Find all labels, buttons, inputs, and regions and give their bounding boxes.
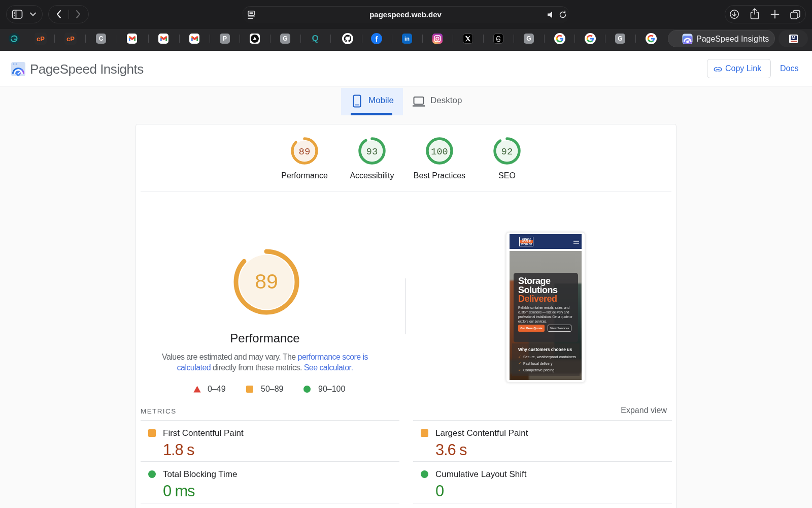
svg-text:89: 89 (299, 146, 311, 157)
svg-text:93: 93 (366, 146, 378, 157)
svg-text:92: 92 (501, 146, 513, 157)
svg-text:89: 89 (255, 270, 278, 293)
svg-text:100: 100 (431, 147, 448, 157)
